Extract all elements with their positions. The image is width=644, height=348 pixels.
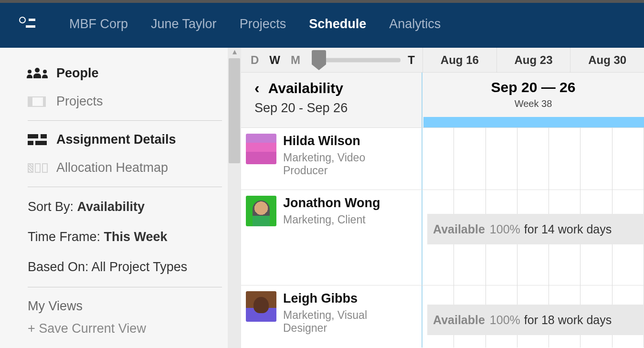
zoom-level-picker[interactable]: D W M — [251, 53, 300, 67]
sidebar-item-allocation-heatmap[interactable]: Allocation Heatmap — [28, 154, 241, 182]
person-role: Marketing, Visual Designer — [283, 309, 407, 335]
today-marker[interactable]: T — [408, 53, 415, 67]
person-role: Marketing, Video Producer — [283, 151, 407, 177]
week-number: Week 38 — [422, 98, 644, 109]
sidebar-item-people[interactable]: People — [28, 59, 241, 87]
availability-left: ‹ Availability Sep 20 - Sep 26 — [241, 73, 422, 127]
date-columns: Aug 16 Aug 23 Aug 30 — [422, 48, 644, 72]
availability-percent: 100% — [490, 313, 520, 327]
week-title: Sep 20 — 26 — [422, 79, 644, 95]
availability-bar[interactable]: Available 100% for 18 work days — [427, 305, 644, 335]
timeline-header: D W M T Aug 16 Aug 23 Aug 30 — [241, 48, 644, 73]
nav-user[interactable]: June Taylor — [151, 17, 217, 32]
sidebar-label: Allocation Heatmap — [56, 160, 168, 175]
schedule-content: D W M T Aug 16 Aug 23 Aug 30 ‹ Availabil… — [241, 48, 644, 348]
zoom-month[interactable]: M — [291, 53, 300, 67]
person-name: Leigh Gibbs — [283, 291, 407, 306]
top-nav: MBF Corp June Taylor Projects Schedule A… — [0, 0, 644, 48]
date-col[interactable]: Aug 16 — [422, 48, 496, 72]
divider — [28, 120, 222, 121]
avatar[interactable] — [246, 134, 276, 164]
week-summary: Sep 20 — 26 Week 38 — [422, 73, 644, 127]
zoom-day[interactable]: D — [251, 53, 259, 67]
person-timeline[interactable] — [422, 128, 644, 190]
person-timeline[interactable]: Available 100% for 14 work days — [422, 190, 644, 285]
sidebar: ▴ People Projects Assignment Details All… — [0, 48, 241, 348]
person-row[interactable]: Hilda Wilson Marketing, Video Producer — [241, 128, 644, 190]
sidebar-label: People — [56, 66, 99, 81]
sidebar-item-assignment-details[interactable]: Assignment Details — [28, 126, 241, 154]
slider-track — [315, 58, 401, 62]
heatmap-icon — [28, 163, 48, 173]
divider — [28, 187, 222, 187]
person-row[interactable]: Leigh Gibbs Marketing, Visual Designer A… — [241, 285, 644, 348]
availability-days: for 14 work days — [524, 222, 612, 236]
avatar[interactable] — [246, 196, 276, 226]
filter-time-frame[interactable]: Time Frame: This Week — [28, 222, 241, 252]
back-chevron-icon[interactable]: ‹ — [254, 79, 260, 97]
filter-label: Based On: — [28, 260, 92, 274]
filter-sort-by[interactable]: Sort By: Availability — [28, 192, 241, 222]
availability-title: Availability — [268, 80, 343, 96]
date-col[interactable]: Aug 30 — [570, 48, 644, 72]
sidebar-label: Projects — [56, 94, 103, 109]
availability-label: Available — [433, 313, 485, 327]
assignment-icon — [28, 134, 47, 146]
sidebar-scrollbar[interactable]: ▴ — [228, 48, 241, 348]
zoom-week[interactable]: W — [269, 53, 280, 67]
person-name: Hilda Wilson — [283, 134, 407, 148]
avatar[interactable] — [246, 291, 276, 322]
person-name: Jonathon Wong — [283, 196, 380, 211]
my-views-heading: My Views — [28, 292, 241, 318]
person-role: Marketing, Client — [283, 213, 380, 226]
app-logo-icon[interactable] — [19, 16, 36, 32]
availability-label: Available — [433, 222, 485, 236]
availability-subheader: ‹ Availability Sep 20 - Sep 26 Sep 20 — … — [241, 73, 644, 128]
nav-analytics[interactable]: Analytics — [389, 17, 441, 32]
availability-days: for 18 work days — [524, 313, 612, 327]
filter-label: Sort By: — [28, 200, 77, 214]
projects-icon — [28, 96, 46, 107]
save-current-view[interactable]: + Save Current View — [28, 318, 241, 339]
scroll-up-icon[interactable]: ▴ — [228, 48, 241, 55]
availability-percent: 100% — [490, 222, 520, 236]
window-top-strip — [0, 0, 644, 3]
nav-org[interactable]: MBF Corp — [69, 17, 128, 32]
filter-based-on[interactable]: Based On: All Project Types — [28, 252, 241, 282]
people-icon — [28, 68, 47, 79]
sidebar-label: Assignment Details — [56, 132, 176, 147]
availability-range: Sep 20 - Sep 26 — [254, 101, 422, 116]
slider-knob-icon[interactable] — [312, 50, 326, 64]
person-row[interactable]: Jonathon Wong Marketing, Client Availabl… — [241, 190, 644, 285]
scroll-thumb[interactable] — [229, 58, 240, 163]
nav-schedule[interactable]: Schedule — [309, 17, 366, 32]
filter-value: This Week — [104, 230, 168, 244]
person-timeline[interactable]: Available 100% for 18 work days — [422, 285, 644, 348]
availability-bar[interactable]: Available 100% for 14 work days — [427, 214, 644, 244]
filter-label: Time Frame: — [28, 230, 104, 244]
divider — [28, 287, 222, 287]
sidebar-item-projects[interactable]: Projects — [28, 87, 241, 116]
date-col[interactable]: Aug 23 — [496, 48, 570, 72]
zoom-slider[interactable] — [315, 57, 401, 63]
week-highlight-bar — [423, 117, 644, 127]
filter-value: All Project Types — [92, 260, 188, 274]
filter-value: Availability — [77, 200, 145, 214]
nav-projects[interactable]: Projects — [240, 17, 286, 32]
